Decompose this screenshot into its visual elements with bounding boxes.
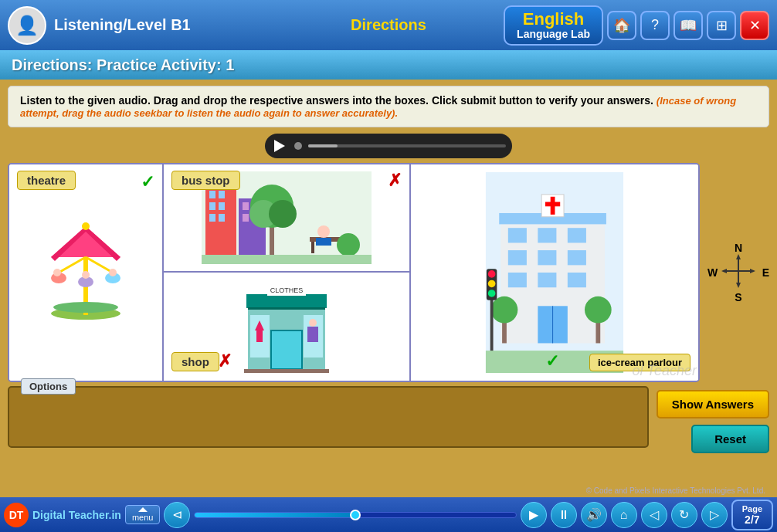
svg-point-11 bbox=[53, 269, 61, 276]
compass-inner: E W N S bbox=[707, 242, 769, 303]
compass-cross bbox=[719, 252, 758, 293]
digital-teacher-icon: DT bbox=[4, 503, 29, 527]
subtitle-bar: Directions: Practice Activity: 1 bbox=[0, 50, 777, 80]
svg-line-6 bbox=[86, 257, 113, 273]
svg-rect-59 bbox=[508, 228, 527, 242]
grid-col-hospital: ice-cream parlour ✓ ol Teacher bbox=[411, 164, 698, 381]
volume-button[interactable]: 🔊 bbox=[581, 502, 607, 528]
svg-point-35 bbox=[317, 225, 330, 238]
prev-button[interactable]: ◁ bbox=[641, 502, 667, 528]
help-icon-btn[interactable]: ? bbox=[640, 11, 670, 40]
options-box[interactable]: Options bbox=[8, 386, 649, 448]
book-icon-btn[interactable]: 📖 bbox=[674, 11, 703, 40]
close-icon-btn[interactable]: ✕ bbox=[740, 11, 769, 40]
play-icon bbox=[274, 140, 285, 152]
svg-rect-63 bbox=[538, 250, 556, 265]
logo-line1: English bbox=[523, 11, 584, 28]
play-button[interactable] bbox=[271, 137, 288, 154]
watermark: ol Teacher bbox=[633, 363, 697, 379]
svg-marker-85 bbox=[750, 269, 755, 273]
play-control-button[interactable]: ▶ bbox=[521, 502, 547, 528]
progress-bar[interactable] bbox=[194, 512, 516, 518]
svg-rect-61 bbox=[568, 228, 586, 242]
svg-rect-38 bbox=[202, 255, 372, 264]
svg-point-13 bbox=[82, 271, 90, 279]
home-button[interactable]: ⌂ bbox=[611, 502, 637, 528]
shop-cross: ✗ bbox=[218, 351, 232, 371]
shop-image: CLOTHES bbox=[244, 280, 329, 373]
page-label: Page bbox=[742, 504, 762, 513]
bus-stop-cell[interactable]: bus stop ✗ bbox=[164, 164, 409, 273]
svg-rect-19 bbox=[209, 202, 215, 210]
svg-rect-18 bbox=[219, 191, 225, 198]
svg-rect-20 bbox=[219, 202, 225, 210]
audio-progress-bar[interactable] bbox=[308, 144, 506, 147]
page-indicator: Page 2/7 bbox=[731, 500, 773, 530]
header-directions: Directions bbox=[351, 16, 426, 34]
hospital-cell[interactable]: ice-cream parlour ✓ ol Teacher bbox=[411, 164, 698, 381]
grid-col-theatre: theatre ✓ bbox=[9, 164, 164, 381]
svg-point-78 bbox=[488, 290, 496, 297]
svg-rect-33 bbox=[311, 242, 314, 253]
menu-button[interactable]: menu bbox=[125, 505, 161, 524]
reset-button[interactable]: Reset bbox=[691, 425, 769, 453]
svg-point-14 bbox=[53, 302, 118, 313]
svg-point-73 bbox=[585, 296, 612, 324]
svg-rect-51 bbox=[307, 327, 318, 342]
svg-rect-66 bbox=[538, 273, 556, 287]
compass: E W N S bbox=[707, 163, 769, 382]
theatre-check: ✓ bbox=[141, 172, 154, 192]
home-icon-btn[interactable]: 🏠 bbox=[607, 11, 636, 40]
options-area: Options Show Answers Reset bbox=[8, 386, 769, 453]
logo-line2: Language Lab bbox=[517, 28, 590, 40]
theatre-label: theatre bbox=[17, 171, 76, 190]
svg-point-71 bbox=[491, 296, 518, 324]
refresh-button[interactable]: ↻ bbox=[671, 502, 697, 528]
main-content: theatre ✓ bbox=[8, 163, 769, 382]
svg-rect-22 bbox=[219, 214, 225, 222]
copyright-text: © Code and Pixels Interactive Technologi… bbox=[586, 486, 765, 495]
hospital-image bbox=[485, 172, 624, 373]
svg-rect-52 bbox=[244, 369, 329, 373]
svg-marker-82 bbox=[736, 254, 741, 259]
header-icon-group: 🏠 ? 📖 ⊞ ✕ bbox=[607, 11, 769, 40]
next-button[interactable]: ▷ bbox=[701, 502, 728, 528]
audio-progress-fill bbox=[308, 144, 338, 147]
progress-thumb bbox=[350, 510, 361, 520]
svg-point-4 bbox=[82, 222, 90, 230]
theatre-image bbox=[43, 222, 128, 323]
compass-e-label: E bbox=[762, 266, 769, 279]
svg-rect-36 bbox=[316, 238, 331, 246]
image-grid: theatre ✓ bbox=[8, 163, 700, 382]
svg-point-37 bbox=[337, 233, 360, 256]
bottom-logo: DT Digital Teacher.in bbox=[4, 503, 121, 527]
instructions-box: Listen to the given audio. Drag and drop… bbox=[8, 86, 769, 127]
svg-rect-74 bbox=[490, 299, 494, 354]
svg-rect-49 bbox=[256, 330, 263, 342]
svg-rect-44 bbox=[271, 330, 302, 369]
audio-bar bbox=[265, 134, 512, 158]
svg-rect-58 bbox=[545, 202, 560, 207]
nav-back-button[interactable]: ⊲ bbox=[164, 502, 190, 528]
bottom-bar: DT Digital Teacher.in menu ⊲ ▶ ⏸ 🔊 ⌂ ◁ ↻… bbox=[0, 497, 777, 532]
expand-icon-btn[interactable]: ⊞ bbox=[707, 11, 736, 40]
svg-rect-26 bbox=[243, 214, 249, 222]
ice-cream-check: ✓ bbox=[545, 351, 559, 371]
subtitle-text: Directions: Practice Activity: 1 bbox=[12, 56, 234, 74]
pause-control-button[interactable]: ⏸ bbox=[551, 502, 577, 528]
bus-stop-label: bus stop bbox=[171, 171, 240, 190]
compass-w-label: W bbox=[707, 266, 718, 279]
svg-rect-67 bbox=[568, 273, 586, 287]
header: 👤 Listening/Level B1 Directions English … bbox=[0, 0, 777, 50]
shop-cell[interactable]: shop ✗ CLOTHES bbox=[164, 273, 409, 381]
grid-col-middle: bus stop ✗ bbox=[164, 164, 411, 381]
svg-point-12 bbox=[109, 269, 117, 276]
svg-marker-84 bbox=[721, 269, 727, 273]
audio-dot bbox=[294, 142, 302, 150]
svg-rect-62 bbox=[508, 250, 527, 265]
svg-text:CLOTHES: CLOTHES bbox=[270, 286, 304, 294]
instructions-main: Listen to the given audio. Drag and drop… bbox=[20, 94, 757, 119]
theatre-cell[interactable]: theatre ✓ bbox=[9, 164, 162, 381]
show-answers-button[interactable]: Show Answers bbox=[657, 390, 769, 418]
svg-rect-43 bbox=[248, 307, 325, 310]
